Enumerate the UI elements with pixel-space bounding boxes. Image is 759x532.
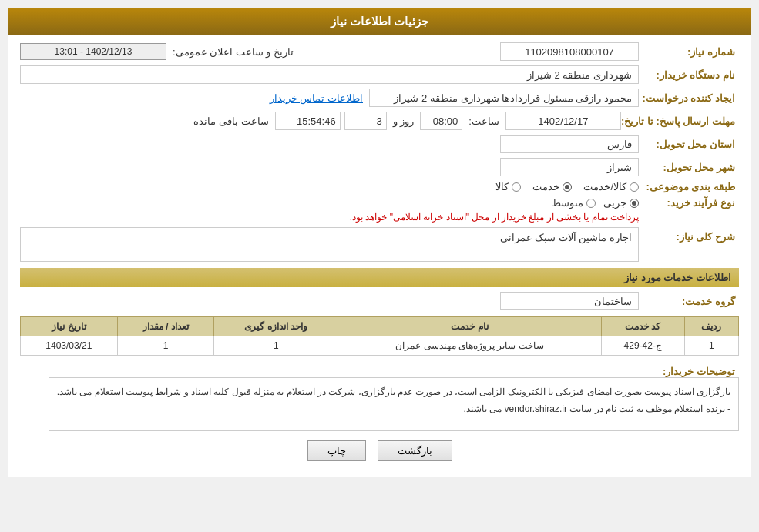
table-cell-3: 1: [214, 336, 338, 356]
announce-label: تاریخ و ساعت اعلان عمومی:: [173, 46, 294, 58]
sharh-niaz-box: اجاره ماشین آلات سبک عمرانی: [20, 227, 639, 262]
table-cell-2: ساخت سایر پروژه‌های مهندسی عمران: [338, 336, 601, 356]
radio-motavasset-circle: [586, 199, 596, 208]
radio-motavasset-label: متوسط: [552, 197, 583, 209]
group-khedmat-value: ساختمان: [500, 292, 639, 310]
shahr-label: شهر محل تحویل:: [639, 162, 739, 173]
radio-kala-khedmat-label: کالا/خدمت: [583, 181, 626, 192]
tavsiyeh-box: بارگزاری اسناد پیوست بصورت امضای فیزیکی …: [49, 377, 739, 431]
ijad-konandeh-value: محمود رازقی مسئول قراردادها شهرداری منطق…: [369, 89, 639, 107]
radio-kala-label: کالا: [495, 181, 509, 192]
col-vahed: واحد اندازه گیری: [214, 317, 338, 336]
btn-bazgasht[interactable]: بازگشت: [378, 440, 452, 461]
table-cell-1: ج-42-429: [601, 336, 684, 356]
now-farayand-label: نوع فرآیند خرید:: [639, 197, 739, 209]
rooz-value: 3: [344, 112, 387, 130]
buttons-row: بازگشت چاپ: [20, 440, 739, 469]
shahr-value: شیراز: [500, 158, 639, 176]
countdown-value: 15:54:46: [275, 112, 341, 130]
col-nam: نام خدمت: [338, 317, 601, 336]
ostan-label: استان محل تحویل:: [639, 139, 739, 150]
rooz-label: روز و: [393, 115, 415, 127]
col-tedad: تعداد / مقدار: [117, 317, 214, 336]
sharh-niaz-label: شرح کلی نیاز:: [639, 227, 739, 243]
radio-khedmat-circle: [563, 182, 572, 192]
khadamat-section-title: اطلاعات خدمات مورد نیاز: [20, 268, 739, 287]
name-dastgah-label: نام دستگاه خریدار:: [639, 69, 739, 81]
services-table-section: ردیف کد خدمت نام خدمت واحد اندازه گیری ت…: [20, 316, 739, 356]
col-kod: کد خدمت: [601, 317, 684, 336]
shomare-niaz-label: شماره نیاز:: [639, 46, 739, 58]
col-radif: ردیف: [684, 317, 738, 336]
table-cell-0: 1: [684, 336, 738, 356]
panel-title: جزئیات اطلاعات نیاز: [8, 8, 751, 35]
radio-kala-khedmat-circle: [630, 182, 639, 192]
radio-jazii-label: جزیی: [603, 197, 626, 209]
tavsiyeh-label: توضیحات خریدار:: [639, 362, 739, 377]
mohlet-ersal-label: مهلت ارسال پاسخ: تا تاریخ:: [621, 115, 739, 127]
saet-baqi-label: ساعت باقی مانده: [193, 115, 268, 127]
tarikh-value: 1402/12/17: [505, 112, 621, 130]
saet-label: ساعت:: [468, 115, 499, 127]
btn-chap[interactable]: چاپ: [307, 440, 366, 461]
purchase-type-row: جزیی متوسط: [350, 197, 639, 209]
radio-jazii[interactable]: جزیی: [603, 197, 639, 209]
radio-khedmat-label: خدمت: [532, 181, 559, 192]
announce-value: 1402/12/13 - 13:01: [20, 43, 166, 60]
tavsiyeh-line1: بارگزاری اسناد پیوست بصورت امضای فیزیکی …: [57, 384, 730, 401]
col-tarikh: تاریخ نیاز: [21, 317, 118, 336]
sharh-niaz-value: اجاره ماشین آلات سبک عمرانی: [500, 232, 632, 243]
services-table: ردیف کد خدمت نام خدمت واحد اندازه گیری ت…: [20, 316, 739, 356]
name-dastgah-value: شهرداری منطقه 2 شیراز: [20, 65, 639, 84]
radio-jazii-circle: [630, 199, 639, 208]
radio-kala-khedmat[interactable]: کالا/خدمت: [583, 181, 639, 192]
group-khedmat-label: گروه خدمت:: [639, 296, 739, 307]
radio-motavasset[interactable]: متوسط: [552, 197, 596, 209]
radio-khedmat[interactable]: خدمت: [532, 181, 572, 192]
saet-value: 08:00: [420, 112, 462, 130]
shomare-niaz-value: 1102098108000107: [500, 42, 639, 61]
tabaqeh-bandi-label: طبقه بندی موضوعی:: [639, 181, 739, 192]
ettelaat-tamas-link[interactable]: اطلاعات تماس خریدار: [270, 92, 363, 104]
table-cell-4: 1: [117, 336, 214, 356]
radio-kala[interactable]: کالا: [495, 181, 521, 192]
radio-kala-circle: [512, 182, 521, 192]
ijad-konandeh-label: ایجاد کننده درخواست:: [639, 92, 739, 104]
table-row: 1ج-42-429ساخت سایر پروژه‌های مهندسی عمرا…: [21, 336, 739, 356]
tavsiyeh-line2: - برنده استعلام موظف به ثبت نام در سایت …: [57, 401, 730, 418]
tabaqeh-radio-group: کالا/خدمت خدمت کالا: [495, 181, 639, 192]
purchase-note: پرداخت تمام یا بخشی از مبلغ خریدار از مح…: [350, 212, 639, 223]
table-cell-5: 1403/03/21: [21, 336, 118, 356]
ostan-value: فارس: [500, 135, 639, 153]
